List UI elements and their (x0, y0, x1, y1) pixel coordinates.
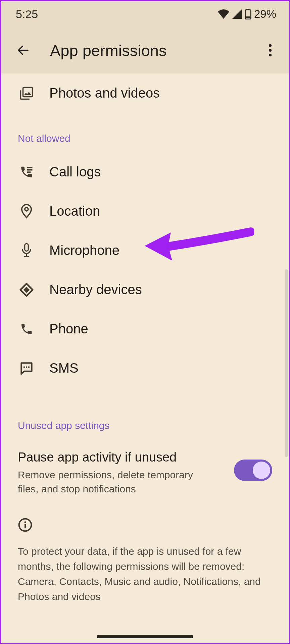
battery-icon (245, 9, 251, 19)
permission-label: Call logs (49, 164, 101, 179)
svg-point-16 (24, 521, 26, 523)
signal-icon (232, 9, 242, 19)
svg-point-12 (23, 366, 25, 368)
svg-point-3 (269, 44, 272, 47)
phone-icon (19, 322, 34, 336)
svg-rect-17 (25, 524, 26, 528)
permission-label: Location (49, 204, 100, 219)
status-bar: 5:25 29% (1, 1, 289, 27)
permission-label: SMS (49, 361, 79, 376)
section-header-not-allowed: Not allowed (1, 113, 289, 148)
sms-icon (19, 361, 34, 375)
more-vert-icon (269, 44, 272, 57)
back-button[interactable] (11, 38, 35, 62)
svg-rect-6 (23, 87, 33, 97)
svg-point-14 (28, 366, 30, 368)
nearby-icon (19, 282, 34, 297)
svg-rect-7 (27, 167, 33, 168)
photos-icon (19, 86, 34, 100)
info-icon (18, 518, 33, 532)
battery-percent: 29% (254, 8, 276, 20)
gesture-nav-bar (97, 635, 193, 638)
location-icon (19, 204, 34, 219)
app-bar: App permissions (1, 27, 289, 73)
status-right: 29% (218, 8, 276, 20)
permission-row-call-logs[interactable]: Call logs (1, 148, 289, 192)
permission-label: Phone (49, 321, 88, 336)
pause-subtitle: Remove permissions, delete temporary fil… (18, 468, 206, 496)
permission-row-phone[interactable]: Phone (1, 309, 289, 348)
svg-rect-2 (246, 16, 250, 18)
permission-label: Photos and videos (49, 86, 160, 101)
info-row (1, 499, 289, 534)
svg-point-13 (26, 366, 28, 368)
permission-row-microphone[interactable]: Microphone (1, 231, 289, 270)
call-log-icon (19, 165, 34, 179)
section-header-unused: Unused app settings (1, 388, 289, 435)
permission-row-location[interactable]: Location (1, 192, 289, 231)
toggle-knob (253, 462, 270, 479)
permission-row-sms[interactable]: SMS (1, 348, 289, 388)
wifi-icon (218, 9, 229, 19)
arrow-back-icon (16, 43, 30, 57)
scroll-indicator (285, 269, 288, 457)
page-title: App permissions (50, 41, 258, 60)
content: Photos and videos Not allowed Call logs … (1, 73, 289, 614)
svg-point-5 (269, 54, 272, 56)
svg-rect-11 (25, 244, 29, 251)
pause-activity-row[interactable]: Pause app activity if unused Remove perm… (1, 435, 289, 499)
permission-row-nearby-devices[interactable]: Nearby devices (1, 270, 289, 309)
microphone-icon (19, 243, 34, 258)
svg-point-4 (269, 49, 272, 52)
svg-rect-9 (27, 171, 31, 173)
status-time: 5:25 (16, 8, 38, 21)
svg-rect-8 (27, 169, 33, 170)
permission-label: Nearby devices (49, 282, 142, 297)
pause-title: Pause app activity if unused (18, 450, 225, 465)
permission-label: Microphone (49, 243, 119, 258)
info-text: To protect your data, if the app is unus… (1, 534, 289, 614)
pause-toggle[interactable] (234, 460, 272, 481)
permission-row-photos[interactable]: Photos and videos (1, 73, 289, 113)
svg-point-10 (25, 207, 28, 211)
more-options-button[interactable] (258, 38, 282, 62)
